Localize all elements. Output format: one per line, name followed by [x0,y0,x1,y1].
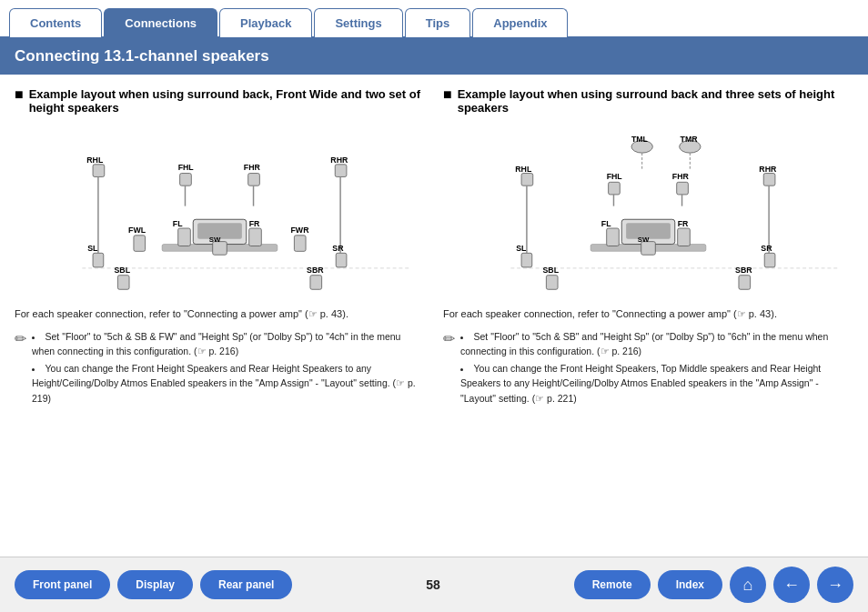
svg-rect-44 [609,182,621,195]
left-bullet-icon: ■ [15,86,24,103]
svg-rect-8 [93,253,104,267]
svg-rect-6 [134,236,146,252]
svg-rect-12 [180,174,192,186]
left-note-item-2: You can change the Front Height Speakers… [32,361,425,406]
left-notes: ✏ Set "Floor" to "5ch & SB & FW" and "He… [15,329,425,408]
svg-text:RHL: RHL [515,165,532,174]
svg-rect-38 [607,228,620,246]
left-note-list: Set "Floor" to "5ch & SB & FW" and "Heig… [32,329,425,408]
page-title: Connecting 13.1-channel speakers [0,38,868,75]
back-button[interactable]: ← [773,567,810,603]
forward-button[interactable]: → [817,567,853,603]
svg-text:SL: SL [87,244,98,253]
svg-text:FHR: FHR [672,172,690,181]
svg-rect-46 [677,182,689,195]
svg-rect-14 [248,174,260,186]
svg-rect-37 [641,242,656,256]
home-icon: ⌂ [743,576,753,595]
left-column: ■ Example layout when using surround bac… [15,87,425,412]
bottom-nav: Front panel Display Rear panel 58 Remote… [0,557,868,612]
tab-tips[interactable]: Tips [405,8,471,37]
index-button[interactable]: Index [658,570,722,599]
svg-text:RHR: RHR [759,165,777,174]
right-heading: ■ Example layout when using surround bac… [443,87,853,115]
left-note-item-1: Set "Floor" to "5ch & SB & FW" and "Heig… [32,329,425,359]
svg-rect-48 [521,174,533,186]
tab-connections[interactable]: Connections [104,8,217,37]
svg-text:FHR: FHR [244,163,261,172]
svg-rect-11 [310,276,322,290]
right-notes: ✏ Set "Floor" to "5ch & SB" and "Height … [443,329,853,408]
svg-text:FWR: FWR [290,226,309,235]
svg-text:SW: SW [209,236,221,244]
left-diagram: RHL FHL FHR RHR FWL FWR FL FR SL SR SBL … [15,122,425,299]
back-arrow-icon: ← [783,576,800,595]
left-note-icon: ✏ [15,330,26,347]
svg-rect-42 [546,276,558,290]
svg-rect-50 [763,174,775,186]
forward-arrow-icon: → [827,576,843,595]
svg-rect-39 [678,228,691,246]
svg-text:FHL: FHL [607,172,623,181]
svg-text:SBR: SBR [307,266,324,275]
svg-text:FHL: FHL [178,163,195,172]
svg-text:TML: TML [631,135,649,144]
svg-rect-9 [336,253,347,267]
svg-text:FR: FR [678,219,689,228]
display-button[interactable]: Display [117,570,193,599]
page-number: 58 [426,577,440,592]
tab-playback[interactable]: Playback [219,8,312,37]
svg-rect-18 [335,165,347,177]
right-bullet-icon: ■ [443,86,452,103]
svg-text:FWL: FWL [128,226,146,235]
svg-text:SL: SL [516,244,527,253]
right-desc: For each speaker connection, refer to "C… [443,306,853,322]
main-content: ■ Example layout when using surround bac… [0,75,868,419]
svg-rect-7 [294,236,306,252]
svg-rect-4 [178,228,191,246]
svg-text:SR: SR [761,244,772,253]
right-diagram: RHL FHL FHR RHR TML TMR FL FR SL SR SBL … [443,122,853,299]
right-note-list: Set "Floor" to "5ch & SB" and "Height Sp… [460,329,853,408]
svg-rect-10 [117,276,129,290]
right-note-item-1: Set "Floor" to "5ch & SB" and "Height Sp… [460,329,853,359]
right-note-icon: ✏ [443,330,455,347]
left-heading: ■ Example layout when using surround bac… [15,87,425,115]
rear-panel-button[interactable]: Rear panel [200,570,292,599]
home-button[interactable]: ⌂ [730,567,766,603]
right-note-item-2: You can change the Front Height Speakers… [460,361,853,406]
bottom-left-buttons: Front panel Display Rear panel [15,570,292,599]
svg-text:TMR: TMR [681,135,699,144]
svg-text:RHL: RHL [86,156,104,165]
tab-contents[interactable]: Contents [9,8,102,37]
right-column: ■ Example layout when using surround bac… [443,87,853,412]
bottom-right-buttons: Remote Index ⌂ ← → [574,567,853,603]
tab-settings[interactable]: Settings [314,8,402,37]
svg-text:FL: FL [601,219,611,228]
svg-text:SBR: SBR [735,266,752,275]
tab-appendix[interactable]: Appendix [472,8,568,37]
svg-text:RHR: RHR [330,156,348,165]
front-panel-button[interactable]: Front panel [15,570,110,599]
svg-rect-43 [739,276,751,290]
svg-rect-40 [521,253,532,267]
svg-text:FR: FR [249,219,260,228]
svg-text:SR: SR [332,244,344,253]
svg-rect-16 [93,165,105,177]
svg-rect-41 [764,253,775,267]
svg-text:FL: FL [173,219,183,228]
remote-button[interactable]: Remote [574,570,651,599]
svg-text:SBL: SBL [114,266,130,275]
svg-text:SBL: SBL [542,266,559,275]
svg-rect-3 [213,242,227,256]
left-desc: For each speaker connection, refer to "C… [15,306,425,322]
nav-tabs: Contents Connections Playback Settings T… [0,0,868,38]
svg-rect-5 [249,228,262,246]
svg-text:SW: SW [638,236,650,244]
